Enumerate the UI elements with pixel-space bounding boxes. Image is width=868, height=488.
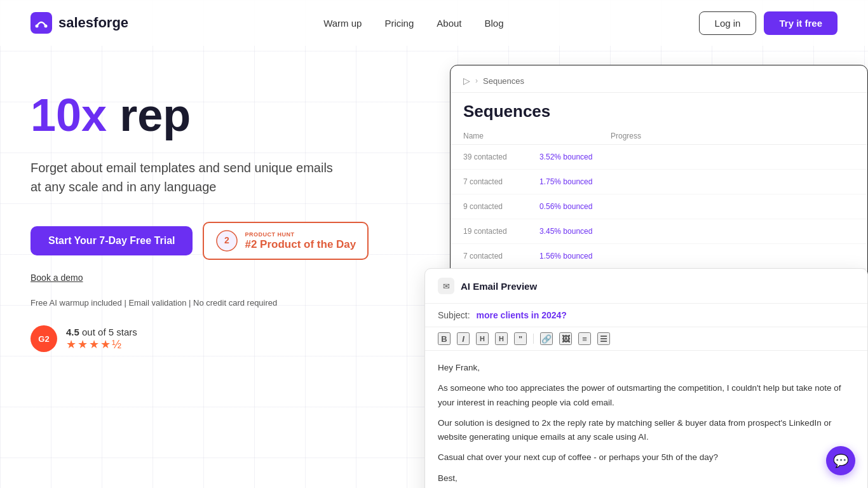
book-demo-link[interactable]: Book a demo [31,273,424,283]
bold-button[interactable]: B [438,332,451,345]
table-body: 39 contacted 3.52% bounced 7 contacted 1… [451,145,867,281]
ph-label: PRODUCT HUNT [245,231,356,238]
stat-contacted: 7 contacted [463,177,527,186]
features-text: Free AI warmup included | Email validati… [31,298,424,308]
g2-rating: G2 4.5 out of 5 stars ★★★★½ [31,325,424,352]
image-button[interactable]: 🖼 [559,332,572,345]
stat-contacted: 19 contacted [463,227,527,236]
breadcrumb-home-icon: ▷ [463,76,470,86]
cta-row: Start Your 7-Day Free Trial 2 PRODUCT HU… [31,222,424,260]
chat-bubble[interactable]: 💬 [826,446,855,475]
list-button[interactable]: ≡ [578,332,591,345]
header: salesforge Warm up Pricing About Blog Lo… [0,0,868,46]
stat-bounced: 3.52% bounced [539,152,592,161]
svg-point-2 [44,25,48,28]
toolbar-separator [533,334,534,344]
ph-rank: #2 Product of the Day [245,238,356,251]
g2-info: 4.5 out of 5 stars ★★★★½ [66,327,137,351]
subject-link[interactable]: more clients in 2024? [476,310,566,320]
nav-warmup[interactable]: Warm up [323,18,362,29]
table-row: 9 contacted 0.56% bounced [451,194,867,219]
table-row: 19 contacted 3.45% bounced [451,219,867,244]
nav-pricing[interactable]: Pricing [384,18,414,29]
email-p3: Casual chat over your next cup of coffee… [438,451,855,464]
breadcrumb-separator: › [475,76,478,85]
try-free-button[interactable]: Try it free [764,11,837,35]
medal-icon: 2 [215,229,238,252]
logo[interactable]: salesforge [31,12,128,34]
italic-button[interactable]: I [457,332,470,345]
heading1-button[interactable]: H [476,332,489,345]
link-button[interactable]: 🔗 [540,332,553,345]
col-name: Name [463,132,484,140]
table-row: 7 contacted 1.75% bounced [451,170,867,194]
g2-stars: ★★★★½ [66,337,137,351]
headline-highlight: 10x [31,90,107,140]
breadcrumb-label: Sequences [483,76,524,86]
email-subject: Subject: more clients in 2024? [425,304,867,327]
sequences-panel: ▷ › Sequences Sequences Name Progress 39… [450,65,868,281]
main-content: 10x rep Forget about email templates and… [0,46,868,488]
ordered-list-button[interactable]: ☰ [597,332,610,345]
svg-point-1 [36,25,39,28]
ph-text: PRODUCT HUNT #2 Product of the Day [245,231,356,251]
table-header: Name Progress [451,128,867,145]
email-body: Hey Frank, As someone who too appreciate… [425,351,867,488]
col-progress: Progress [611,132,641,140]
email-p1: As someone who too appreciates the power… [438,381,855,410]
g2-badge: G2 [31,325,57,352]
svg-text:2: 2 [225,235,230,245]
product-hunt-badge[interactable]: 2 PRODUCT HUNT #2 Product of the Day [203,222,369,260]
login-button[interactable]: Log in [699,11,757,35]
g2-rating-text: 4.5 out of 5 stars [66,327,137,337]
email-toolbar: B I H H " 🔗 🖼 ≡ ☰ [425,327,867,351]
logo-icon [31,12,52,34]
stat-contacted: 7 contacted [463,252,527,261]
email-greeting: Hey Frank, [438,361,855,375]
breadcrumb: ▷ › Sequences [451,65,867,93]
chat-icon: 💬 [833,453,849,468]
subject-label: Subject: [438,310,470,320]
stat-contacted: 9 contacted [463,202,527,211]
stat-bounced: 1.75% bounced [539,177,592,186]
stat-bounced: 1.56% bounced [539,252,592,261]
stat-contacted: 39 contacted [463,152,527,161]
header-actions: Log in Try it free [699,11,837,35]
trial-button[interactable]: Start Your 7-Day Free Trial [31,226,193,255]
email-panel-title: AI Email Preview [461,281,537,292]
stat-bounced: 0.56% bounced [539,202,592,211]
table-row: 7 contacted 1.56% bounced [451,244,867,269]
headline-rest: rep [107,90,191,140]
email-icon: ✉ [438,278,454,294]
hero-headline: 10x rep [31,90,424,140]
table-row: 39 contacted 3.52% bounced [451,145,867,170]
hero-section: 10x rep Forget about email templates and… [31,71,424,488]
nav-blog[interactable]: Blog [484,18,503,29]
hero-subtitle: Forget about email templates and send un… [31,158,336,196]
nav-about[interactable]: About [437,18,461,29]
email-preview-panel: ✉ AI Email Preview Subject: more clients… [424,268,868,488]
heading2-button[interactable]: H [495,332,508,345]
stat-bounced: 3.45% bounced [539,227,592,236]
email-panel-header: ✉ AI Email Preview [425,269,867,304]
sequences-title: Sequences [451,93,867,128]
hero-right: ▷ › Sequences Sequences Name Progress 39… [424,71,837,488]
nav: Warm up Pricing About Blog [323,18,503,29]
quote-button[interactable]: " [514,332,527,345]
logo-text: salesforge [58,15,128,31]
email-p2: Our solution is designed to 2x the reply… [438,416,855,445]
email-signoff: Best, Frank Sondors CEO @Salesforge [438,471,855,488]
